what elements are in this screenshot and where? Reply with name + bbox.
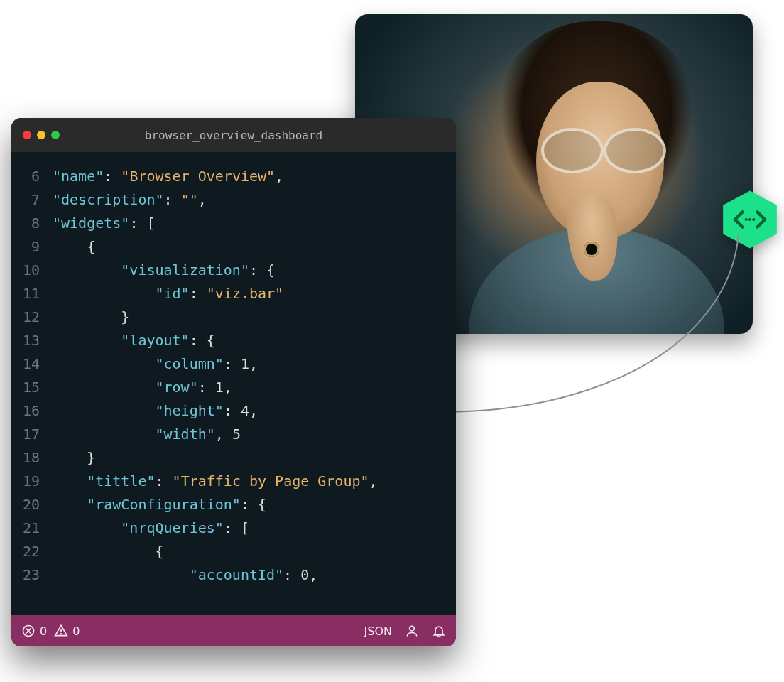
code-line[interactable]: 19 "tittle": "Traffic by Page Group", [11,470,456,493]
code-content[interactable]: "id": "viz.bar" [53,282,456,305]
line-number: 17 [11,423,53,446]
code-line[interactable]: 7"description": "", [11,188,456,212]
warning-icon[interactable] [54,624,68,638]
code-line[interactable]: 13 "layout": { [11,329,456,352]
code-line[interactable]: 6"name": "Browser Overview", [11,165,456,188]
line-number: 9 [11,235,53,259]
code-line[interactable]: 20 "rawConfiguration": { [11,493,456,516]
code-content[interactable]: "visualization": { [53,259,456,282]
code-content[interactable]: "tittle": "Traffic by Page Group", [53,470,456,493]
code-content[interactable]: { [53,235,456,259]
line-number: 6 [11,165,53,188]
window-controls [23,131,60,139]
line-number: 12 [11,305,53,329]
minimize-icon[interactable] [37,131,45,139]
code-area[interactable]: 6"name": "Browser Overview",7"descriptio… [11,152,456,615]
code-content[interactable]: "layout": { [53,329,456,352]
warning-count: 0 [72,624,80,638]
line-number: 10 [11,259,53,282]
code-line[interactable]: 23 "accountId": 0, [11,563,456,587]
code-line[interactable]: 22 { [11,540,456,563]
code-line[interactable]: 9 { [11,235,456,259]
line-number: 13 [11,329,53,352]
zoom-icon[interactable] [51,131,60,139]
code-line[interactable]: 16 "height": 4, [11,399,456,423]
line-number: 16 [11,399,53,423]
close-icon[interactable] [23,131,31,139]
code-content[interactable]: } [53,305,456,329]
line-number: 18 [11,446,53,470]
code-hex-badge [719,188,781,251]
code-content[interactable]: "column": 1, [53,352,456,376]
code-line[interactable]: 14 "column": 1, [11,352,456,376]
bell-icon[interactable] [432,624,446,638]
svg-point-3 [752,218,755,221]
code-content[interactable]: "name": "Browser Overview", [53,165,456,188]
line-number: 11 [11,282,53,305]
code-content[interactable]: { [53,540,456,563]
code-line[interactable]: 8"widgets": [ [11,212,456,235]
code-line[interactable]: 17 "width", 5 [11,423,456,446]
account-icon[interactable] [405,624,419,638]
error-count: 0 [40,624,47,638]
titlebar[interactable]: browser_overview_dashboard [11,118,456,152]
code-line[interactable]: 18 } [11,446,456,470]
photo-glasses [541,128,666,170]
code-content[interactable]: "rawConfiguration": { [53,493,456,516]
line-number: 14 [11,352,53,376]
code-content[interactable]: "row": 1, [53,376,456,399]
line-number: 8 [11,212,53,235]
editor-window: browser_overview_dashboard 6"name": "Bro… [11,118,456,646]
line-number: 21 [11,516,53,540]
line-number: 20 [11,493,53,516]
code-content[interactable]: "widgets": [ [53,212,456,235]
line-number: 19 [11,470,53,493]
line-number: 22 [11,540,53,563]
status-bar: 0 0 JSON [11,615,456,646]
code-content[interactable]: } [53,446,456,470]
code-content[interactable]: "height": 4, [53,399,456,423]
line-number: 7 [11,188,53,212]
code-content[interactable]: "description": "", [53,188,456,212]
code-content[interactable]: "width", 5 [53,423,456,446]
svg-point-8 [61,634,62,634]
svg-point-1 [745,218,748,221]
line-number: 23 [11,563,53,587]
code-line[interactable]: 12 } [11,305,456,329]
code-line[interactable]: 15 "row": 1, [11,376,456,399]
svg-point-2 [748,218,751,221]
svg-point-9 [410,626,415,631]
code-content[interactable]: "accountId": 0, [53,563,456,587]
code-content[interactable]: "nrqQueries": [ [53,516,456,540]
photo-ring [584,242,599,257]
code-line[interactable]: 10 "visualization": { [11,259,456,282]
language-mode[interactable]: JSON [364,624,392,638]
line-number: 15 [11,376,53,399]
error-icon[interactable] [21,624,36,638]
code-line[interactable]: 11 "id": "viz.bar" [11,282,456,305]
code-line[interactable]: 21 "nrqQueries": [ [11,516,456,540]
tab-title: browser_overview_dashboard [11,129,456,142]
